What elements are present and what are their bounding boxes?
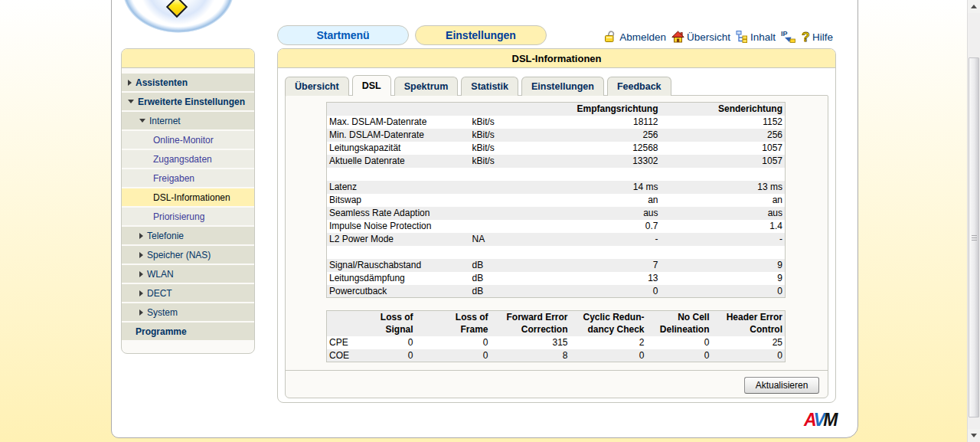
table-row: Aktuelle DatenratekBit/s133021057 — [327, 155, 786, 168]
table-row: Impulse Noise Protection 0.71.4 — [327, 220, 786, 233]
down-arrow-icon — [971, 434, 977, 437]
tab-dsl[interactable]: DSL — [352, 75, 391, 96]
chevron-right-icon — [139, 271, 143, 277]
hilfe-link[interactable]: ?Hilfe — [801, 30, 833, 44]
sidebar-item-programme[interactable]: Programme — [122, 322, 254, 340]
table-cell — [470, 220, 526, 233]
sidebar-item-internet[interactable]: Internet — [122, 112, 254, 129]
sidebar-item-wlan[interactable]: WLAN — [122, 265, 254, 283]
table-row: Signal/RauschabstanddB79 — [327, 259, 786, 272]
table-cell: 13 — [526, 272, 661, 285]
column-header: Empfangsrichtung — [526, 103, 661, 116]
column-header — [327, 103, 470, 116]
tab-einstellungen[interactable]: Einstellungen — [521, 77, 604, 96]
einstellungen-button[interactable]: Einstellungen — [415, 25, 547, 45]
abmelden-link[interactable]: Abmelden — [603, 30, 666, 44]
home-icon — [671, 30, 685, 44]
button-bar-divider — [286, 370, 828, 371]
table-cell: 0 — [416, 349, 491, 362]
table-cell — [526, 246, 661, 259]
sidebar-item-priorisierung[interactable]: Priorisierung — [122, 208, 254, 225]
table-cell: Leitungsdämpfung — [327, 272, 470, 285]
table-row: Max. DSLAM-DatenratekBit/s181121152 — [327, 116, 786, 129]
column-header: Loss of Signal — [358, 311, 416, 336]
table-cell — [327, 246, 470, 259]
table-cell: 8 — [491, 349, 570, 362]
sidebar-item-online-monitor[interactable]: Online-Monitor — [122, 131, 254, 149]
abmelden-label: Abmelden — [619, 31, 666, 43]
table-cell: 2 — [570, 336, 647, 349]
table-cell: 18112 — [526, 116, 661, 129]
table-cell: 0 — [647, 336, 712, 349]
chevron-right-icon — [139, 290, 143, 296]
table-row: LeitungskapazitätkBit/s125681057 — [327, 142, 786, 155]
table-row — [327, 246, 786, 259]
sidebar-item-erweiterte-einstellungen[interactable]: Erweiterte Einstellungen — [122, 93, 254, 110]
table-cell: 0 — [712, 349, 786, 362]
table-cell: 1057 — [661, 142, 786, 155]
sitemap-icon — [735, 30, 749, 44]
table-cell: 315 — [491, 336, 570, 349]
table-cell: 25 — [712, 336, 786, 349]
sidebar-item-label: DECT — [147, 288, 172, 299]
table-cell: 0.7 — [526, 220, 661, 233]
scrollbar-thumb[interactable] — [969, 57, 979, 417]
refresh-button[interactable]: Aktualisieren — [744, 377, 819, 394]
table-cell — [470, 246, 526, 259]
sidebar-item-label: Freigaben — [153, 173, 194, 184]
table-cell: Signal/Rauschabstand — [327, 259, 470, 272]
table-cell: kBit/s — [470, 129, 526, 142]
scrollbar-up-button[interactable] — [968, 0, 980, 13]
column-header — [470, 103, 526, 116]
sidebar-item-label: DSL-Informationen — [153, 192, 230, 203]
table-cell: CPE — [327, 336, 358, 349]
table-cell: Impulse Noise Protection — [327, 220, 470, 233]
hilfe-label: Hilfe — [812, 31, 833, 43]
sidebar-header — [122, 49, 254, 68]
table-cell: 7 — [526, 259, 661, 272]
main-panel: DSL-Informationen ÜbersichtDSLSpektrumSt… — [277, 48, 836, 403]
sidebar-item-speicher-nas-[interactable]: Speicher (NAS) — [122, 246, 254, 264]
table-cell: kBit/s — [470, 155, 526, 168]
sidebar-item-system[interactable]: System — [122, 303, 254, 321]
ip-ansicht-link[interactable]: IP — [780, 30, 796, 44]
chevron-right-icon — [139, 309, 143, 316]
sidebar: AssistentenErweiterte EinstellungenInter… — [121, 48, 255, 354]
table-row: Latenz 14 ms13 ms — [327, 181, 786, 194]
avm-letter-v: V — [813, 410, 823, 430]
ip-view-icon: IP — [780, 30, 796, 44]
table-cell: Leitungskapazität — [327, 142, 470, 155]
startmenu-button[interactable]: Startmenü — [277, 25, 409, 45]
tab-statistik[interactable]: Statistik — [461, 77, 518, 96]
sidebar-item-label: Internet — [149, 116, 181, 126]
table-cell: 0 — [570, 349, 647, 362]
scrollbar-thumb-grip — [972, 235, 977, 242]
sidebar-item-label: WLAN — [147, 269, 174, 280]
sidebar-item-label: Programme — [136, 326, 187, 337]
sidebar-item-dect[interactable]: DECT — [122, 284, 254, 302]
table-cell: 0 — [526, 285, 661, 298]
column-header: Cyclic Redun- dancy Check — [570, 311, 647, 336]
scrollbar[interactable] — [967, 0, 980, 442]
tab-spektrum[interactable]: Spektrum — [394, 77, 459, 96]
table-cell: 13302 — [526, 155, 661, 168]
table-cell — [661, 168, 786, 181]
table-cell — [661, 246, 786, 259]
table-cell: Max. DSLAM-Datenrate — [327, 116, 470, 129]
sidebar-item-assistenten[interactable]: Assistenten — [122, 74, 254, 91]
scrollbar-down-button[interactable] — [968, 429, 980, 442]
table-cell: Powercutback — [327, 285, 470, 298]
avm-letter-a: A — [804, 410, 813, 430]
table-cell: dB — [470, 285, 526, 298]
sidebar-item-freigaben[interactable]: Freigaben — [122, 169, 254, 187]
inhalt-link[interactable]: Inhalt — [735, 30, 776, 44]
sidebar-item-telefonie[interactable]: Telefonie — [122, 227, 254, 244]
sidebar-item-dsl-informationen[interactable]: DSL-Informationen — [122, 188, 254, 206]
table-cell: dB — [470, 259, 526, 272]
sidebar-item-zugangsdaten[interactable]: Zugangsdaten — [122, 150, 254, 168]
table-cell: Bitswap — [327, 194, 470, 207]
uebersicht-link[interactable]: Übersicht — [671, 30, 730, 44]
uebersicht-label: Übersicht — [687, 31, 730, 43]
tab--bersicht[interactable]: Übersicht — [285, 77, 349, 96]
tab-feedback[interactable]: Feedback — [607, 77, 671, 96]
